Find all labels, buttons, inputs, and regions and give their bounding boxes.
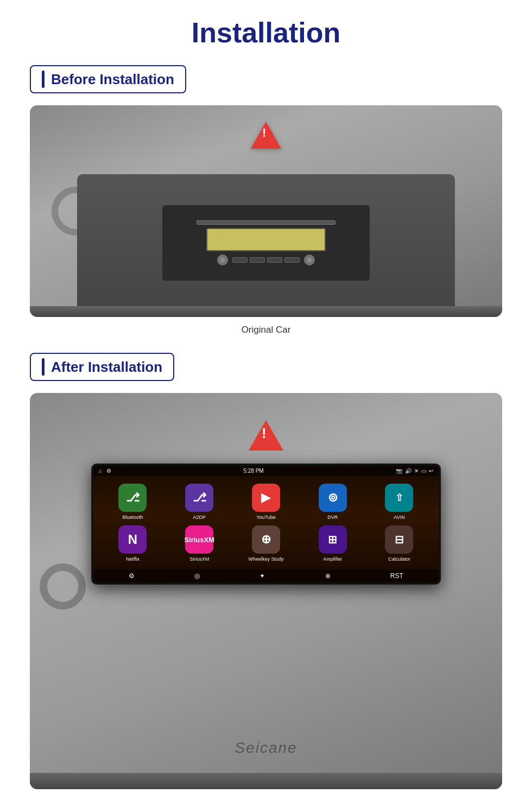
after-car-photo: ⌂ ⚙ 5:28 PM 📷 🔊 ✕ ▭ ↩ — [30, 393, 502, 789]
before-caption: Original Car — [242, 325, 291, 335]
calculator-icon: ⊟ — [385, 525, 414, 554]
floor-detail — [30, 773, 502, 789]
netflix-label: Netflix — [126, 556, 140, 562]
radio-unit — [162, 205, 370, 281]
dashboard-before — [77, 174, 455, 312]
radio-btn-am — [267, 257, 282, 263]
avin-icon: ⇧ — [385, 484, 414, 512]
status-bar-time: 5:28 PM — [243, 468, 263, 474]
nav-brightness-icon[interactable]: ✦ — [259, 572, 265, 580]
after-installation-badge: After Installation — [30, 353, 174, 381]
radio-buttons — [217, 255, 315, 265]
after-installation-image: ⌂ ⚙ 5:28 PM 📷 🔊 ✕ ▭ ↩ — [30, 393, 502, 789]
nav-gear-icon[interactable]: ◎ — [194, 572, 200, 580]
apps-grid: ⎇ Bluetooth ⎇ A2DP ▶ — [93, 476, 439, 569]
seicane-logo: Seicane — [235, 739, 297, 757]
radio-btn-menu — [284, 257, 300, 263]
app-a2dp[interactable]: ⎇ A2DP — [169, 484, 230, 520]
volume-icon: 🔊 — [405, 468, 411, 474]
before-car-photo — [30, 105, 502, 317]
app-avin[interactable]: ⇧ AVIN — [369, 484, 430, 520]
bluetooth-label: Bluetooth — [122, 515, 143, 520]
radio-screen — [206, 228, 326, 251]
badge-bar-after — [42, 358, 45, 376]
status-bar-left: ⌂ ⚙ — [99, 468, 111, 474]
status-bar: ⌂ ⚙ 5:28 PM 📷 🔊 ✕ ▭ ↩ — [93, 466, 439, 476]
app-netflix[interactable]: N Netflix — [102, 525, 163, 562]
radio-btn-fm — [250, 257, 265, 263]
radio-btn-cd — [232, 257, 248, 263]
warning-triangle-before — [251, 122, 281, 149]
amplifier-icon: ⊞ — [319, 525, 347, 554]
headunit-screen: ⌂ ⚙ 5:28 PM 📷 🔊 ✕ ▭ ↩ — [93, 466, 439, 582]
siriusxm-icon: SiriusXM — [185, 525, 213, 554]
dvr-icon: ⊚ — [319, 484, 347, 512]
back-icon[interactable]: ↩ — [429, 468, 433, 474]
before-interior — [30, 105, 502, 317]
nav-reset-icon[interactable]: RST — [390, 572, 403, 580]
a2dp-icon: ⎇ — [185, 484, 213, 512]
siriusxm-label: SiriusXM — [189, 556, 209, 562]
wifi-icon: ⚙ — [106, 468, 111, 474]
bottom-nav-bar: ⚙ ◎ ✦ ⊕ RST — [93, 569, 439, 582]
youtube-label: YouTube — [256, 515, 275, 520]
steering-wheel — [40, 563, 86, 610]
nav-volume-icon[interactable]: ⊕ — [325, 572, 331, 580]
netflix-icon: N — [118, 525, 147, 554]
radio-knob-left — [217, 255, 228, 265]
before-installation-label: Before Installation — [51, 71, 174, 88]
close-icon[interactable]: ✕ — [414, 468, 419, 474]
radio-knob-right — [304, 255, 315, 265]
before-installation-image — [30, 105, 502, 317]
camera-status-icon: 📷 — [396, 468, 402, 474]
badge-bar-before — [42, 71, 45, 88]
app-bluetooth[interactable]: ⎇ Bluetooth — [102, 484, 163, 520]
wheelkey-label: Wheelkey Study — [248, 556, 283, 562]
warning-triangle-after — [249, 420, 283, 451]
youtube-icon: ▶ — [252, 484, 280, 512]
app-youtube[interactable]: ▶ YouTube — [236, 484, 297, 520]
bluetooth-icon: ⎇ — [118, 484, 147, 512]
page-title: Installation — [192, 16, 340, 49]
headunit: ⌂ ⚙ 5:28 PM 📷 🔊 ✕ ▭ ↩ — [91, 464, 441, 585]
calculator-label: Calculator — [388, 556, 410, 562]
dvr-label: DVR — [327, 515, 338, 520]
amplifier-label: Amplifier — [323, 556, 342, 562]
status-bar-right: 📷 🔊 ✕ ▭ ↩ — [396, 468, 433, 474]
before-installation-badge: Before Installation — [30, 65, 186, 93]
nav-settings-icon[interactable]: ⚙ — [129, 572, 135, 580]
home-icon[interactable]: ⌂ — [99, 468, 102, 474]
a2dp-label: A2DP — [193, 515, 206, 520]
minimize-icon[interactable]: ▭ — [421, 468, 426, 474]
app-wheelkey[interactable]: ⊕ Wheelkey Study — [236, 525, 297, 562]
app-siriusxm[interactable]: SiriusXM SiriusXM — [169, 525, 230, 562]
avin-label: AVIN — [394, 515, 404, 520]
radio-btn-group — [232, 257, 300, 263]
app-calculator[interactable]: ⊟ Calculator — [369, 525, 430, 562]
app-dvr[interactable]: ⊚ DVR — [302, 484, 363, 520]
after-installation-label: After Installation — [51, 359, 162, 376]
wheelkey-icon: ⊕ — [252, 525, 280, 554]
app-amplifier[interactable]: ⊞ Amplifier — [302, 525, 363, 562]
